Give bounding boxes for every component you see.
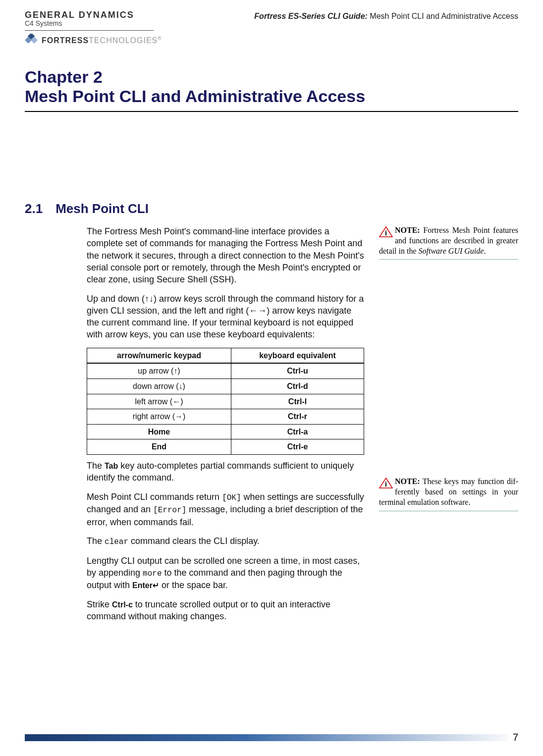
table-header-1: arrow/numeric keypad [87, 348, 231, 363]
table-cell-key: right arrow (→) [87, 409, 231, 425]
guide-suffix: Mesh Point CLI and Administrative Access [368, 12, 518, 20]
note-icon: i [379, 478, 393, 488]
table-cell-key: left arrow (←) [87, 394, 231, 409]
paragraph-2: Up and down (↑↓) arrow keys scroll throu… [87, 293, 364, 341]
note-2: i NOTE: These keys may function dif­fere… [379, 477, 518, 511]
table-row: right arrow (→)Ctrl-r [87, 409, 364, 425]
table-row: HomeCtrl-a [87, 424, 364, 439]
table-cell-equiv: Ctrl-r [231, 409, 364, 425]
main-column: The Fortress Mesh Point's command-line i… [87, 225, 364, 629]
more-code: more [143, 569, 162, 578]
table-cell-equiv: Ctrl-a [231, 424, 364, 439]
fortress-light: TECHNOLOGIES [89, 37, 158, 45]
table-cell-key: Home [87, 424, 231, 439]
paragraph-4: Mesh Point CLI commands return [OK] when… [87, 491, 364, 528]
note-1-label: NOTE: [395, 226, 420, 234]
tab-key: Tab [105, 462, 118, 470]
note-1-ital: Software GUI Guide [419, 247, 484, 255]
fortress-text: FORTRESSTECHNOLOGIES® [42, 36, 162, 45]
page-number: 7 [508, 732, 518, 743]
guide-prefix: Fortress ES-Series CLI Guide: [254, 12, 368, 20]
body-area: The Fortress Mesh Point's command-line i… [25, 225, 518, 629]
paragraph-3: The Tab key auto-completes partial comma… [87, 460, 364, 484]
page-header: GENERAL DYNAMICS C4 Systems Fortress ES-… [25, 10, 518, 27]
fortress-bold: FORTRESS [42, 37, 89, 45]
table-cell-equiv: Ctrl-e [231, 439, 364, 455]
note-2-label: NOTE: [395, 477, 420, 486]
table-header-2: keyboard equivalent [231, 348, 364, 363]
note-spacer [379, 269, 518, 477]
footer-bar [25, 734, 518, 741]
note-icon: i [379, 226, 393, 237]
table-cell-equiv: Ctrl-l [231, 394, 364, 409]
section-title: Mesh Point CLI [55, 201, 149, 216]
enter-key: Enter↵ [132, 581, 159, 590]
side-column: i NOTE: Fortress Mesh Point fea­tures an… [379, 225, 518, 629]
ok-code: [OK] [222, 493, 241, 502]
clear-code: clear [105, 538, 128, 546]
section-heading: 2.1 Mesh Point CLI [25, 201, 518, 216]
table-cell-key: up arrow (↑) [87, 363, 231, 378]
logo-fortress: FORTRESSTECHNOLOGIES® [25, 34, 518, 48]
paragraph-6: Lengthy CLI output can be scrolled one s… [87, 555, 364, 592]
svg-text:i: i [385, 481, 387, 488]
table-cell-key: down arrow (↓) [87, 378, 231, 394]
section-number: 2.1 [25, 201, 43, 216]
paragraph-5: The clear command clears the CLI display… [87, 535, 364, 548]
note-1-divider [379, 259, 518, 260]
gd-line2: C4 Systems [25, 19, 134, 27]
note-2-divider [379, 511, 518, 511]
header-guide-title: Fortress ES-Series CLI Guide: Mesh Point… [254, 12, 518, 21]
ctrl-c-key: Ctrl-c [112, 600, 133, 609]
table-cell-key: End [87, 439, 231, 455]
chapter-divider [25, 111, 518, 112]
fortress-reg: ® [158, 36, 161, 41]
chapter-heading: Chapter 2 Mesh Point CLI and Administrat… [25, 67, 518, 106]
gd-line1: GENERAL DYNAMICS [25, 10, 134, 20]
keyboard-equivalents-table: arrow/numeric keypad keyboard equivalent… [87, 348, 364, 455]
table-cell-equiv: Ctrl-d [231, 378, 364, 394]
table-row: up arrow (↑)Ctrl-u [87, 363, 364, 378]
table-header-row: arrow/numeric keypad keyboard equivalent [87, 348, 364, 363]
logo-general-dynamics: GENERAL DYNAMICS C4 Systems [25, 10, 134, 27]
table-row: down arrow (↓)Ctrl-d [87, 378, 364, 394]
svg-text:i: i [385, 229, 387, 237]
chapter-title: Mesh Point CLI and Administrative Access [25, 87, 518, 106]
chapter-label: Chapter 2 [25, 67, 518, 87]
table-row: EndCtrl-e [87, 439, 364, 455]
note-1-text-b: . [484, 247, 486, 255]
note-1: i NOTE: Fortress Mesh Point fea­tures an… [379, 225, 518, 260]
table-cell-equiv: Ctrl-u [231, 363, 364, 378]
fortress-icon [25, 34, 39, 48]
table-row: left arrow (←)Ctrl-l [87, 394, 364, 409]
error-code: [Error] [153, 506, 186, 515]
paragraph-7: Strike Ctrl-c to truncate scrolled outpu… [87, 598, 364, 623]
paragraph-1: The Fortress Mesh Point's command-line i… [87, 225, 364, 285]
header-divider [25, 30, 154, 31]
